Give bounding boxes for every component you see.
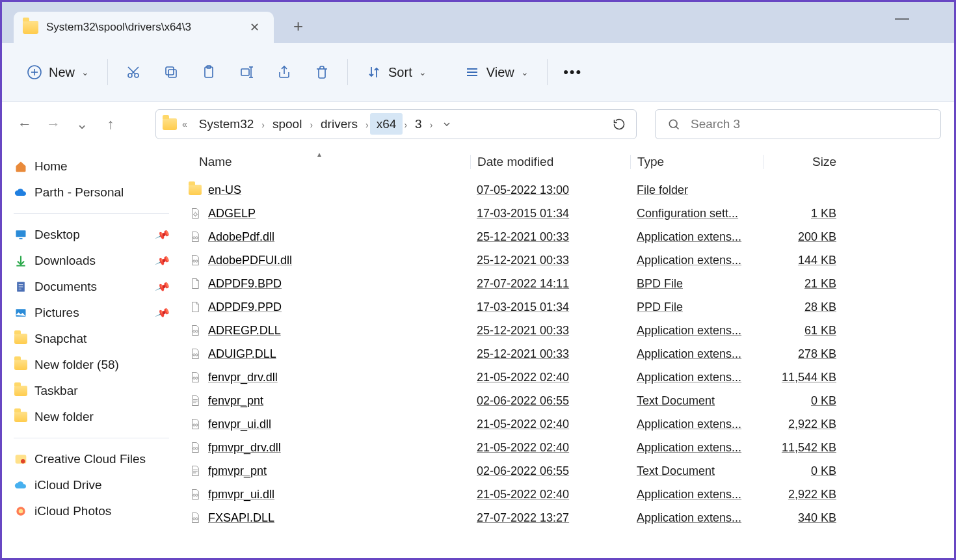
- new-tab-button[interactable]: +: [274, 16, 323, 43]
- sidebar-item[interactable]: Downloads📌: [11, 248, 172, 274]
- breadcrumb-item[interactable]: drivers: [314, 113, 364, 135]
- file-type: BPD File: [630, 277, 763, 291]
- file-row[interactable]: fenvpr_ui.dll21-05-2022 02:40Application…: [181, 412, 954, 436]
- sidebar-item[interactable]: Snapchat: [11, 326, 172, 352]
- breadcrumb-item[interactable]: spool: [266, 113, 308, 135]
- chevron-right-icon[interactable]: ›: [308, 120, 314, 130]
- rename-button[interactable]: [228, 53, 265, 92]
- sidebar-item[interactable]: New folder: [11, 404, 172, 430]
- chevron-right-icon[interactable]: ›: [429, 120, 434, 130]
- settings-file-icon: [189, 207, 201, 220]
- breadcrumb-item[interactable]: x64: [370, 113, 403, 135]
- file-type: Text Document: [630, 394, 763, 408]
- file-size: 0 KB: [763, 394, 848, 408]
- copy-button[interactable]: [152, 53, 190, 92]
- breadcrumb-item[interactable]: 3: [408, 113, 429, 135]
- file-size: 200 KB: [763, 230, 848, 244]
- minimize-button[interactable]: —: [889, 10, 915, 27]
- dll-icon: [189, 418, 201, 431]
- close-tab-button[interactable]: ✕: [245, 18, 265, 37]
- address-dropdown-button[interactable]: [438, 114, 456, 135]
- file-row[interactable]: fpmvpr_drv.dll21-05-2022 02:40Applicatio…: [181, 436, 954, 459]
- sidebar-item[interactable]: iCloud Photos: [11, 498, 172, 524]
- file-row[interactable]: AdobePdf.dll25-12-2021 00:33Application …: [181, 225, 954, 248]
- file-row[interactable]: ADPDF9.PPD17-03-2015 01:34PPD File28 KB: [181, 295, 954, 319]
- back-button[interactable]: ←: [15, 116, 34, 133]
- sidebar-label: Snapchat: [34, 332, 86, 346]
- sidebar-item[interactable]: Desktop📌: [11, 222, 172, 248]
- refresh-button[interactable]: [609, 113, 630, 136]
- active-tab[interactable]: System32\spool\drivers\x64\3 ✕: [14, 12, 274, 43]
- file-row[interactable]: fenvpr_pnt02-06-2022 06:55Text Document0…: [181, 389, 954, 412]
- sidebar-item[interactable]: Creative Cloud Files: [11, 446, 172, 472]
- overflow-icon[interactable]: «: [181, 119, 189, 129]
- file-size: 340 KB: [763, 511, 848, 525]
- folder-icon: [163, 118, 177, 130]
- sort-button[interactable]: Sort ⌄: [354, 53, 438, 92]
- column-name[interactable]: Name ▴: [181, 155, 470, 169]
- file-row[interactable]: ADUIGP.DLL25-12-2021 00:33Application ex…: [181, 342, 954, 366]
- chevron-down-icon: [442, 119, 452, 129]
- new-button[interactable]: New ⌄: [15, 53, 101, 92]
- cut-button[interactable]: [114, 53, 152, 92]
- up-button[interactable]: ↑: [101, 116, 120, 133]
- file-name-cell: ADPDF9.BPD: [181, 276, 470, 291]
- sidebar-item[interactable]: Pictures📌: [11, 300, 172, 326]
- separator: [347, 59, 348, 85]
- file-size: 21 KB: [763, 277, 848, 291]
- clipboard-icon: [201, 64, 217, 80]
- address-bar[interactable]: « System32›spool›drivers›x64›3›: [155, 109, 637, 139]
- refresh-icon: [613, 118, 626, 131]
- file-row[interactable]: ADGELP17-03-2015 01:34Configuration sett…: [181, 202, 954, 225]
- file-row[interactable]: AdobePDFUI.dll25-12-2021 00:33Applicatio…: [181, 248, 954, 272]
- share-icon: [276, 64, 292, 80]
- delete-button[interactable]: [303, 53, 341, 92]
- view-button[interactable]: View ⌄: [453, 53, 540, 92]
- file-row[interactable]: fpmvpr_ui.dll21-05-2022 02:40Application…: [181, 483, 954, 506]
- file-date: 21-05-2022 02:40: [470, 488, 630, 501]
- sidebar-home[interactable]: Home: [11, 153, 172, 180]
- chevron-right-icon[interactable]: ›: [260, 120, 266, 130]
- file-name-cell: fenvpr_ui.dll: [181, 417, 470, 431]
- file-row[interactable]: en-US07-05-2022 13:00File folder: [181, 178, 954, 202]
- forward-button[interactable]: →: [44, 116, 63, 133]
- file-row[interactable]: fpmvpr_pnt02-06-2022 06:55Text Document0…: [181, 459, 954, 483]
- dll-icon: [189, 371, 201, 384]
- paste-button[interactable]: [190, 53, 228, 92]
- sidebar-onedrive[interactable]: Parth - Personal: [11, 180, 172, 206]
- dll-icon: [189, 511, 201, 524]
- column-date[interactable]: Date modified: [470, 155, 630, 169]
- sidebar-item[interactable]: Documents📌: [11, 274, 172, 300]
- chevron-right-icon[interactable]: ›: [403, 120, 408, 130]
- desktop-icon: [14, 228, 28, 242]
- breadcrumb-item[interactable]: System32: [193, 113, 260, 135]
- file-row[interactable]: ADREGP.DLL25-12-2021 00:33Application ex…: [181, 319, 954, 342]
- separator: [107, 59, 108, 85]
- sidebar-label: Home: [34, 159, 68, 174]
- file-row[interactable]: ADPDF9.BPD27-07-2022 14:11BPD File21 KB: [181, 272, 954, 295]
- file-name: FXSAPI.DLL: [208, 511, 274, 525]
- chevron-down-icon: ⌄: [419, 67, 427, 77]
- column-size[interactable]: Size: [763, 155, 848, 169]
- folder-icon: [14, 412, 27, 422]
- column-type[interactable]: Type: [630, 155, 763, 169]
- sidebar-item[interactable]: Taskbar: [11, 378, 172, 404]
- chevron-right-icon[interactable]: ›: [364, 120, 370, 130]
- file-name: ADPDF9.PPD: [208, 300, 282, 314]
- recent-locations-button[interactable]: ⌄: [72, 116, 92, 133]
- folder-icon: [14, 334, 27, 344]
- sidebar-item[interactable]: iCloud Drive: [11, 472, 172, 498]
- sort-label: Sort: [388, 65, 412, 80]
- sidebar-item[interactable]: New folder (58): [11, 352, 172, 378]
- file-row[interactable]: fenvpr_drv.dll21-05-2022 02:40Applicatio…: [181, 366, 954, 389]
- file-type: Application extens...: [630, 418, 763, 431]
- file-name-cell: fenvpr_drv.dll: [181, 370, 470, 384]
- more-button[interactable]: •••: [554, 53, 592, 92]
- file-row[interactable]: FXSAPI.DLL27-07-2022 13:27Application ex…: [181, 506, 954, 529]
- file-name: fpmvpr_drv.dll: [208, 441, 281, 455]
- file-name: fenvpr_ui.dll: [208, 418, 271, 431]
- search-input[interactable]: Search 3: [655, 109, 941, 139]
- file-date: 17-03-2015 01:34: [470, 207, 630, 220]
- folder-icon: [14, 410, 28, 424]
- share-button[interactable]: [265, 53, 303, 92]
